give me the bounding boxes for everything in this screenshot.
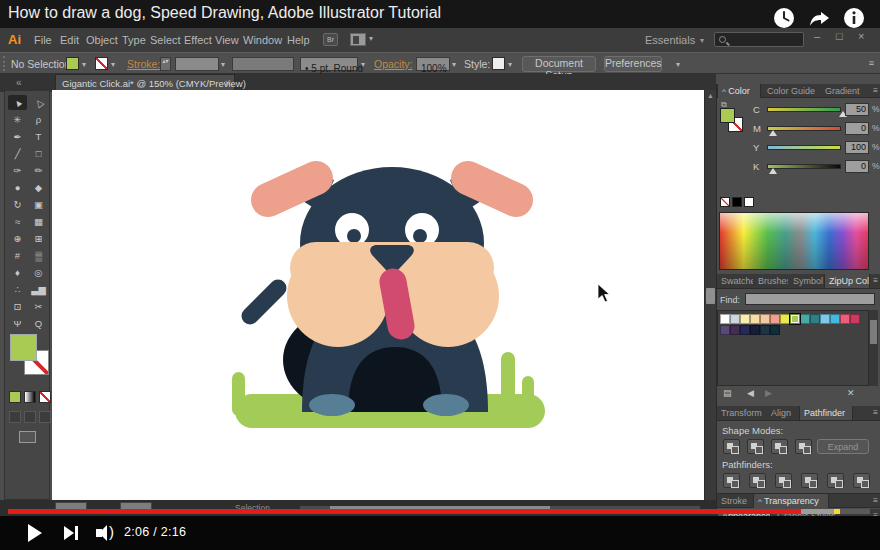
swatch[interactable]: [740, 325, 750, 335]
chevron-down-icon[interactable]: ▾: [508, 60, 512, 69]
menu-effect[interactable]: Effect: [184, 34, 212, 46]
rotate-tool[interactable]: ↻: [8, 197, 27, 212]
crop-button[interactable]: [801, 473, 818, 488]
tab-stroke[interactable]: Stroke: [717, 494, 751, 508]
menu-view[interactable]: View: [215, 34, 239, 46]
draw-inside-button[interactable]: [39, 411, 51, 423]
close-button[interactable]: ×: [858, 30, 864, 42]
play-button[interactable]: [28, 524, 42, 542]
swatch[interactable]: [820, 314, 830, 324]
channel-value[interactable]: 100: [845, 141, 869, 154]
chevron-down-icon[interactable]: ▾: [221, 60, 225, 69]
brush-preset-dropdown[interactable]: • 5 pt. Round: [300, 57, 358, 71]
slider-thumb[interactable]: [769, 130, 777, 136]
next-swatch-icon[interactable]: ▶: [765, 388, 772, 398]
share-icon[interactable]: [808, 6, 832, 30]
video-title[interactable]: How to draw a dog, Speed Drawing, Adobe …: [8, 4, 441, 22]
menu-edit[interactable]: Edit: [60, 34, 79, 46]
stroke-weight-dropdown[interactable]: [175, 57, 219, 71]
tab-transparency[interactable]: ^ Transparency: [753, 494, 829, 508]
artboard-tool[interactable]: ⊡: [8, 299, 27, 314]
screen-mode-button[interactable]: [19, 431, 36, 443]
cyan-slider[interactable]: [767, 107, 841, 112]
scrollbar-thumb[interactable]: [706, 288, 715, 304]
selection-tool[interactable]: ▲: [8, 95, 27, 110]
shape-builder-tool[interactable]: ⊕: [8, 231, 27, 246]
rectangle-tool[interactable]: □: [29, 146, 48, 161]
panel-menu-icon[interactable]: ≡: [873, 276, 878, 285]
swatch[interactable]: [800, 314, 810, 324]
swatch[interactable]: [730, 314, 740, 324]
search-input[interactable]: [714, 32, 804, 47]
scale-tool[interactable]: ▣: [29, 197, 48, 212]
swatch[interactable]: [720, 325, 730, 335]
chevron-down-icon[interactable]: ▾: [82, 60, 86, 69]
blend-tool[interactable]: ◎: [29, 265, 48, 280]
intersect-button[interactable]: [771, 439, 788, 454]
pen-tool[interactable]: ✒: [8, 129, 27, 144]
prev-swatch-icon[interactable]: ◀: [747, 388, 754, 398]
tab-color[interactable]: ^ Color: [717, 84, 761, 98]
minimize-button[interactable]: –: [814, 30, 820, 42]
swatch[interactable]: [750, 325, 760, 335]
eyedropper-tool[interactable]: ♦: [8, 265, 27, 280]
info-icon[interactable]: [842, 6, 866, 30]
menu-select[interactable]: Select: [150, 34, 181, 46]
swatch[interactable]: [770, 325, 780, 335]
minus-back-button[interactable]: [853, 473, 870, 488]
channel-value[interactable]: 0: [845, 122, 869, 135]
swatch[interactable]: [850, 314, 860, 324]
perspective-grid-tool[interactable]: ⊞: [29, 231, 48, 246]
slice-tool[interactable]: ✂: [29, 299, 48, 314]
tab-gradient[interactable]: Gradient: [821, 84, 865, 98]
blob-brush-tool[interactable]: ●: [8, 180, 27, 195]
find-input[interactable]: [745, 293, 875, 305]
color-spectrum[interactable]: [719, 212, 869, 270]
opacity-dropdown[interactable]: 100%: [416, 57, 450, 71]
panel-grip[interactable]: [3, 56, 6, 71]
swatch[interactable]: [830, 314, 840, 324]
draw-behind-button[interactable]: [24, 411, 36, 423]
trim-button[interactable]: [749, 473, 766, 488]
panel-menu-icon[interactable]: ≡: [873, 86, 878, 95]
color-mode-button[interactable]: [9, 391, 21, 403]
free-transform-tool[interactable]: ▦: [29, 214, 48, 229]
chevron-down-icon[interactable]: ▾: [676, 60, 680, 69]
type-tool[interactable]: T: [29, 129, 48, 144]
tab-align[interactable]: Align: [767, 406, 797, 420]
swatch[interactable]: [740, 314, 750, 324]
gradient-tool[interactable]: ▒: [29, 248, 48, 263]
swatch[interactable]: [760, 314, 770, 324]
channel-value[interactable]: 0: [845, 160, 869, 173]
exclude-button[interactable]: [795, 439, 812, 454]
menu-file[interactable]: File: [34, 34, 52, 46]
divide-button[interactable]: [723, 473, 740, 488]
style-swatch[interactable]: [492, 57, 505, 70]
slider-thumb[interactable]: [769, 168, 777, 174]
artboard-canvas[interactable]: [52, 90, 704, 500]
swatch-scrollbar[interactable]: [869, 310, 878, 386]
magic-wand-tool[interactable]: ✳: [8, 112, 27, 127]
fill-color-swatch[interactable]: [66, 57, 79, 70]
black-slider[interactable]: [767, 164, 841, 169]
menu-window[interactable]: Window: [243, 34, 282, 46]
pencil-tool[interactable]: ✏: [29, 163, 48, 178]
black-swatch[interactable]: [732, 197, 742, 207]
collapse-tools-icon[interactable]: «: [16, 77, 22, 88]
minus-front-button[interactable]: [747, 439, 764, 454]
panel-menu-icon[interactable]: ≡: [873, 408, 878, 417]
paintbrush-tool[interactable]: ✑: [8, 163, 27, 178]
menu-help[interactable]: Help: [287, 34, 310, 46]
chevron-down-icon[interactable]: ▾: [452, 60, 456, 69]
symbol-sprayer-tool[interactable]: ∴: [8, 282, 27, 297]
swatch[interactable]: [730, 325, 740, 335]
swatch[interactable]: [750, 314, 760, 324]
stroke-link[interactable]: Stroke:: [127, 58, 160, 70]
swatch[interactable]: [780, 314, 790, 324]
chevron-down-icon[interactable]: ▾: [369, 34, 373, 43]
white-swatch[interactable]: [744, 197, 754, 207]
lasso-tool[interactable]: ρ: [29, 112, 48, 127]
draw-normal-button[interactable]: [9, 411, 21, 423]
chevron-down-icon[interactable]: ▾: [111, 60, 115, 69]
expand-button[interactable]: Expand: [817, 439, 869, 454]
